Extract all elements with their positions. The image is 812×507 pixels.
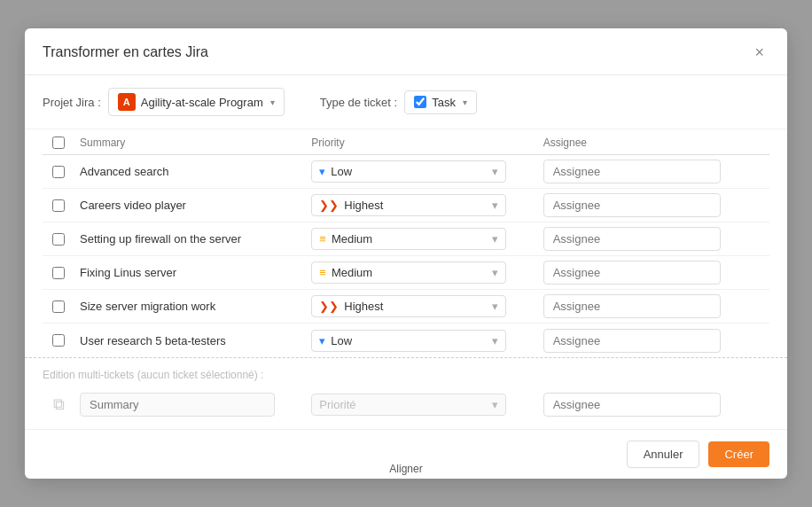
col-header-priority: Priority bbox=[306, 136, 537, 149]
assignee-input[interactable] bbox=[543, 193, 721, 217]
row-checkbox-cell bbox=[43, 199, 74, 212]
project-icon: A bbox=[118, 93, 136, 111]
row-priority-cell: ❯❯ Highest ▾ bbox=[306, 292, 537, 321]
row-checkbox[interactable] bbox=[52, 267, 65, 279]
priority-icon: ▾ bbox=[319, 165, 325, 178]
priority-select[interactable]: ≡ Medium ▾ bbox=[311, 228, 506, 250]
assignee-input[interactable] bbox=[543, 329, 721, 353]
assignee-input[interactable] bbox=[543, 261, 721, 285]
row-summary: User research 5 beta-testers bbox=[74, 331, 306, 351]
table-header: Summary Priority Assignee bbox=[43, 129, 769, 155]
project-field-group: Projet Jira : A Agility-at-scale Program… bbox=[43, 88, 285, 116]
priority-label: Highest bbox=[344, 199, 383, 212]
row-checkbox[interactable] bbox=[52, 166, 65, 178]
row-assignee-cell bbox=[538, 156, 769, 187]
row-summary: Size server migration work bbox=[74, 296, 306, 316]
priority-icon: ≡ bbox=[319, 232, 326, 246]
task-checkbox[interactable] bbox=[414, 96, 426, 108]
row-summary: Setting up firewall on the server bbox=[74, 229, 306, 249]
ticket-type-selector-button[interactable]: Task ▾ bbox=[404, 90, 477, 114]
multi-edit-summary-cell bbox=[74, 389, 306, 420]
select-all-checkbox[interactable] bbox=[52, 136, 65, 149]
assignee-input[interactable] bbox=[543, 294, 721, 318]
table-body: Advanced search ▾ Low ▾ Careers video pl… bbox=[43, 155, 769, 357]
row-checkbox[interactable] bbox=[52, 233, 65, 246]
priority-select[interactable]: ❯❯ Highest ▾ bbox=[311, 194, 506, 216]
priority-select[interactable]: ❯❯ Highest ▾ bbox=[311, 295, 506, 317]
multi-edit-priority-chevron-icon: ▾ bbox=[492, 398, 498, 411]
row-summary: Careers video player bbox=[74, 195, 306, 215]
row-checkbox-cell bbox=[43, 334, 74, 347]
priority-icon: ❯❯ bbox=[319, 300, 339, 313]
row-checkbox[interactable] bbox=[52, 334, 65, 347]
table-row: Careers video player ❯❯ Highest ▾ bbox=[43, 189, 769, 222]
project-label: Projet Jira : bbox=[43, 96, 101, 109]
close-button[interactable]: × bbox=[749, 43, 769, 62]
row-assignee-cell bbox=[538, 223, 769, 254]
priority-select[interactable]: ▾ Low ▾ bbox=[311, 330, 506, 352]
assignee-input[interactable] bbox=[543, 227, 721, 251]
row-priority-cell: ≡ Medium ▾ bbox=[306, 224, 537, 254]
table-row: Advanced search ▾ Low ▾ bbox=[43, 155, 769, 189]
table-container: Summary Priority Assignee Advanced searc… bbox=[25, 129, 787, 357]
row-summary: Advanced search bbox=[74, 161, 306, 182]
modal-subheader: Projet Jira : A Agility-at-scale Program… bbox=[25, 75, 787, 129]
multi-edit-assignee-input[interactable] bbox=[543, 393, 721, 417]
ticket-type-field-group: Type de ticket : Task ▾ bbox=[320, 90, 477, 114]
assignee-input[interactable] bbox=[543, 160, 721, 183]
table-row: Fixing Linus server ≡ Medium ▾ bbox=[43, 256, 769, 290]
priority-label: Low bbox=[331, 334, 352, 347]
multi-edit-summary-input[interactable] bbox=[80, 393, 275, 417]
priority-label: Medium bbox=[332, 232, 372, 246]
row-priority-cell: ≡ Medium ▾ bbox=[306, 258, 537, 287]
priority-chevron-icon: ▾ bbox=[492, 165, 498, 178]
row-priority-cell: ❯❯ Highest ▾ bbox=[306, 191, 537, 220]
row-priority-cell: ▾ Low ▾ bbox=[306, 326, 537, 355]
ticket-type-chevron-icon: ▾ bbox=[463, 98, 467, 107]
priority-label: Highest bbox=[344, 300, 383, 313]
modal-overlay: Transformer en cartes Jira × Projet Jira… bbox=[0, 0, 812, 507]
row-checkbox-cell bbox=[43, 300, 74, 313]
priority-chevron-icon: ▾ bbox=[492, 199, 498, 212]
ticket-type-value: Task bbox=[432, 96, 456, 109]
row-assignee-cell bbox=[538, 325, 769, 356]
priority-icon: ❯❯ bbox=[319, 199, 339, 212]
row-checkbox[interactable] bbox=[52, 199, 65, 212]
align-label: Aligner bbox=[382, 459, 429, 479]
row-assignee-cell bbox=[538, 291, 769, 322]
multi-edit-priority-cell: Priorité ▾ bbox=[306, 390, 537, 419]
priority-chevron-icon: ▾ bbox=[492, 334, 498, 347]
priority-chevron-icon: ▾ bbox=[492, 266, 498, 279]
multi-edit-row: ⧉ Priorité ▾ bbox=[43, 388, 769, 420]
col-header-assignee: Assignee bbox=[538, 136, 769, 149]
project-name: Agility-at-scale Program bbox=[141, 96, 263, 109]
row-checkbox-cell bbox=[43, 267, 74, 279]
table-row: User research 5 beta-testers ▾ Low ▾ bbox=[43, 324, 769, 357]
ticket-type-label: Type de ticket : bbox=[320, 96, 397, 109]
cancel-button[interactable]: Annuler bbox=[627, 441, 700, 468]
table-row: Setting up firewall on the server ≡ Medi… bbox=[43, 222, 769, 256]
table-row: Size server migration work ❯❯ Highest ▾ bbox=[43, 290, 769, 324]
modal-title: Transformer en cartes Jira bbox=[43, 44, 208, 60]
multi-edit-assignee-cell bbox=[538, 389, 769, 420]
priority-label: Medium bbox=[332, 266, 372, 279]
multi-edit-icon: ⧉ bbox=[43, 395, 74, 414]
create-button[interactable]: Créer bbox=[708, 441, 769, 467]
project-selector-button[interactable]: A Agility-at-scale Program ▾ bbox=[108, 88, 285, 116]
priority-icon: ▾ bbox=[319, 334, 325, 347]
multi-edit-priority-label: Priorité bbox=[319, 398, 355, 411]
row-priority-cell: ▾ Low ▾ bbox=[306, 157, 537, 186]
row-assignee-cell bbox=[538, 257, 769, 288]
row-checkbox-cell bbox=[43, 233, 74, 246]
priority-chevron-icon: ▾ bbox=[492, 300, 498, 313]
multi-edit-priority-select[interactable]: Priorité ▾ bbox=[311, 394, 506, 416]
priority-select[interactable]: ≡ Medium ▾ bbox=[311, 261, 506, 284]
priority-icon: ≡ bbox=[319, 266, 326, 279]
row-checkbox[interactable] bbox=[52, 300, 65, 313]
modal-dialog: Transformer en cartes Jira × Projet Jira… bbox=[25, 28, 787, 479]
project-chevron-icon: ▾ bbox=[270, 98, 275, 107]
row-assignee-cell bbox=[538, 190, 769, 221]
row-checkbox-cell bbox=[43, 166, 74, 178]
priority-select[interactable]: ▾ Low ▾ bbox=[311, 160, 506, 183]
modal-header: Transformer en cartes Jira × bbox=[25, 28, 787, 75]
